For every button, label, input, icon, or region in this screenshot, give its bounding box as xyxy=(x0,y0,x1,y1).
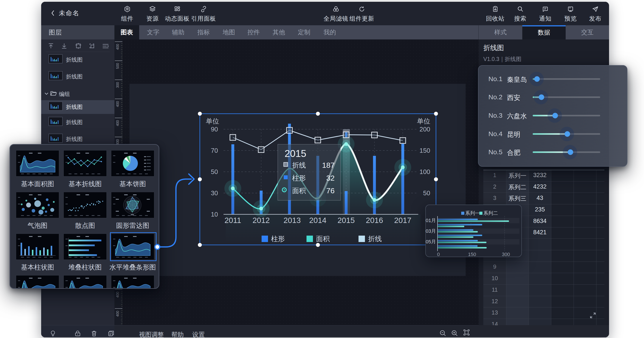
svg-text:500: 500 xyxy=(116,63,120,69)
svg-text:150: 150 xyxy=(420,147,430,154)
svg-text:面积: 面积 xyxy=(292,187,306,195)
svg-text:400: 400 xyxy=(116,120,120,126)
svg-text:50: 50 xyxy=(423,190,430,197)
svg-text:03月: 03月 xyxy=(426,228,436,234)
svg-text:柱形: 柱形 xyxy=(271,235,285,243)
svg-text:2016: 2016 xyxy=(366,216,383,225)
svg-text:32: 32 xyxy=(326,174,334,182)
svg-text:2012: 2012 xyxy=(252,216,270,225)
svg-text:400: 400 xyxy=(116,292,120,298)
svg-text:折线: 折线 xyxy=(292,161,306,169)
svg-text:01月: 01月 xyxy=(426,218,436,223)
svg-text:05月: 05月 xyxy=(426,239,436,244)
svg-text:300: 300 xyxy=(502,252,510,257)
svg-text:400: 400 xyxy=(116,311,120,317)
svg-text:柱形: 柱形 xyxy=(292,174,306,182)
svg-text:2011: 2011 xyxy=(224,216,241,225)
svg-text:30: 30 xyxy=(211,190,218,197)
svg-text:2015: 2015 xyxy=(284,148,306,159)
svg-text:70: 70 xyxy=(211,147,218,154)
svg-text:100: 100 xyxy=(420,168,430,175)
svg-text:2017: 2017 xyxy=(394,216,412,225)
svg-text:单位: 单位 xyxy=(206,117,219,125)
svg-text:76: 76 xyxy=(326,186,334,195)
svg-text:2015: 2015 xyxy=(338,216,355,225)
svg-text:150: 150 xyxy=(468,252,476,257)
svg-text:面积: 面积 xyxy=(316,235,330,243)
svg-text:单位: 单位 xyxy=(417,117,430,125)
svg-text:2013: 2013 xyxy=(284,216,301,225)
svg-text:10: 10 xyxy=(211,211,218,218)
svg-text:2014: 2014 xyxy=(309,216,326,225)
svg-text:300: 300 xyxy=(116,82,120,88)
svg-text:折线: 折线 xyxy=(368,235,382,243)
svg-text:90: 90 xyxy=(211,126,218,133)
svg-text:400: 400 xyxy=(116,101,120,107)
svg-text:187: 187 xyxy=(322,161,334,169)
svg-text:400: 400 xyxy=(116,44,120,50)
svg-text:200: 200 xyxy=(420,126,430,133)
svg-text:0: 0 xyxy=(437,252,440,257)
svg-text:50: 50 xyxy=(211,168,218,175)
